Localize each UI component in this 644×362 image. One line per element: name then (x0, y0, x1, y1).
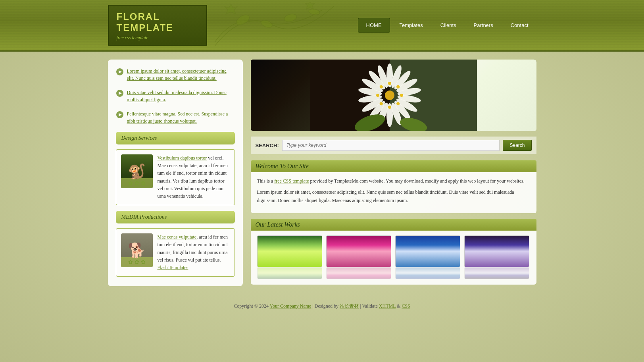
media-productions-box: MEDIA Productions (116, 211, 235, 223)
hero-image-inner (251, 60, 536, 131)
leaf-deco-icon: ✿ (128, 180, 133, 187)
search-label: SEARCH: (256, 142, 279, 148)
free-css-template-link[interactable]: free CSS template (274, 178, 309, 184)
search-bar: SEARCH: Search (251, 137, 536, 154)
bullet-list: Lorem ipsum dolor sit amet, consectetuer… (116, 67, 235, 125)
xhtml-link[interactable]: XHTML (379, 303, 396, 309)
work-thumb-img-2[interactable] (326, 235, 391, 267)
work-thumb-img-1[interactable] (257, 235, 322, 267)
design-services-text: Vestibulum dapibus tortor vel orci. Mae … (158, 154, 230, 200)
svg-point-3 (308, 8, 320, 16)
svg-point-2 (283, 13, 298, 23)
floral-decoration-icon (211, 2, 338, 50)
designer-link[interactable]: 站长素材 (340, 303, 359, 309)
bullet-item-1: Lorem ipsum dolor sit amet, consectetuer… (116, 67, 235, 82)
work-thumb-reflection-3 (395, 267, 460, 279)
company-name-link[interactable]: Your Company Name (270, 303, 311, 309)
arrow-icon-3 (116, 111, 124, 119)
hero-image (251, 60, 536, 131)
work-thumb-2 (326, 235, 391, 279)
design-services-link[interactable]: Vestibulum dapibus tortor (158, 155, 207, 161)
work-thumb-img-3[interactable] (395, 235, 460, 267)
latest-works-box: Our Latest Works (251, 219, 536, 285)
welcome-box: Welcome To Our Site This is a free CSS t… (251, 160, 536, 213)
nav-partners[interactable]: Partners (466, 18, 501, 32)
svg-point-30 (388, 82, 391, 85)
work-thumb-reflection-1 (257, 267, 322, 279)
svg-point-38 (385, 90, 394, 100)
leaf-deco-icon-5: ✿ (135, 259, 139, 266)
media-productions-image: ✿ ✿ ✿ (121, 233, 153, 267)
svg-point-1 (260, 19, 273, 29)
left-panel: Lorem ipsum dolor sit amet, consectetuer… (108, 60, 243, 286)
design-services-box: Design Services (116, 132, 235, 144)
svg-point-36 (376, 94, 379, 97)
logo-title: FLORAL TEMPLATE (117, 11, 198, 33)
leaf-deco-icon-6: ✿ (141, 259, 146, 266)
search-input[interactable] (282, 140, 500, 151)
footer: Copyright © 2024 Your Company Name | Des… (0, 298, 644, 314)
design-services-title: Design Services (121, 135, 229, 141)
nav-clients[interactable]: Clients (433, 18, 464, 32)
bullet-item-3: Pellentesque vitae magna. Sed nec est. S… (116, 110, 235, 125)
main-nav: HOME Templates Clients Partners Contact (358, 18, 536, 33)
header: FLORAL TEMPLATE free css template (0, 0, 644, 52)
flower-svg (310, 60, 477, 131)
work-thumb-1 (257, 235, 322, 279)
leaf-deco-icon-3: ✿ (141, 180, 146, 187)
nav-contact[interactable]: Contact (503, 18, 536, 32)
welcome-paragraph-2: Lorem ipsum dolor sit amet, consectetuer… (257, 188, 530, 204)
work-thumb-img-4[interactable] (464, 235, 529, 267)
search-button[interactable]: Search (503, 140, 531, 151)
work-thumb-3 (395, 235, 460, 279)
bullet-link-3[interactable]: Pellentesque vitae magna. Sed nec est. S… (127, 110, 235, 125)
css-link[interactable]: CSS (402, 303, 410, 309)
svg-point-0 (235, 13, 251, 27)
media-productions-link[interactable]: Mae cenas vulputate (158, 234, 197, 240)
right-panel: SEARCH: Search Welcome To Our Site This … (251, 60, 536, 286)
latest-works-title: Our Latest Works (251, 219, 536, 231)
logo-box: FLORAL TEMPLATE free css template (108, 5, 207, 46)
works-grid (257, 235, 530, 279)
nav-home[interactable]: HOME (358, 18, 390, 33)
flash-templates-link[interactable]: Flash Templates (158, 265, 188, 270)
design-services-image: ✿ ✿ ✿ (121, 154, 153, 188)
welcome-title: Welcome To Our Site (251, 160, 536, 172)
work-thumb-reflection-4 (464, 267, 529, 279)
bullet-link-2[interactable]: Duis vitae velit sed dui malesuada digni… (127, 89, 235, 103)
leaf-deco-icon-2: ✿ (135, 180, 139, 187)
work-thumb-reflection-2 (326, 267, 391, 279)
svg-point-32 (400, 94, 403, 97)
nav-templates[interactable]: Templates (392, 18, 431, 32)
media-productions-text: Mae cenas vulputate, arcu id fer men tum… (158, 233, 230, 272)
work-thumb-4 (464, 235, 529, 279)
media-productions-title: MEDIA Productions (121, 214, 229, 220)
bullet-link-1[interactable]: Lorem ipsum dolor sit amet, consectetuer… (127, 67, 235, 82)
design-services-content: ✿ ✿ ✿ Vestibulum dapibus tortor vel orci… (116, 149, 235, 205)
leaf-deco-icon-4: ✿ (128, 259, 133, 266)
logo-subtitle: free css template (117, 35, 198, 41)
bullet-item-2: Duis vitae velit sed dui malesuada digni… (116, 89, 235, 103)
arrow-icon-1 (116, 68, 124, 76)
media-productions-content: ✿ ✿ ✿ Mae cenas vulputate, arcu id fer m… (116, 228, 235, 277)
welcome-paragraph-1: This is a free CSS template provided by … (257, 177, 530, 185)
main-content: Lorem ipsum dolor sit amet, consectetuer… (100, 52, 544, 298)
arrow-icon-2 (116, 89, 124, 97)
svg-point-34 (388, 106, 391, 109)
